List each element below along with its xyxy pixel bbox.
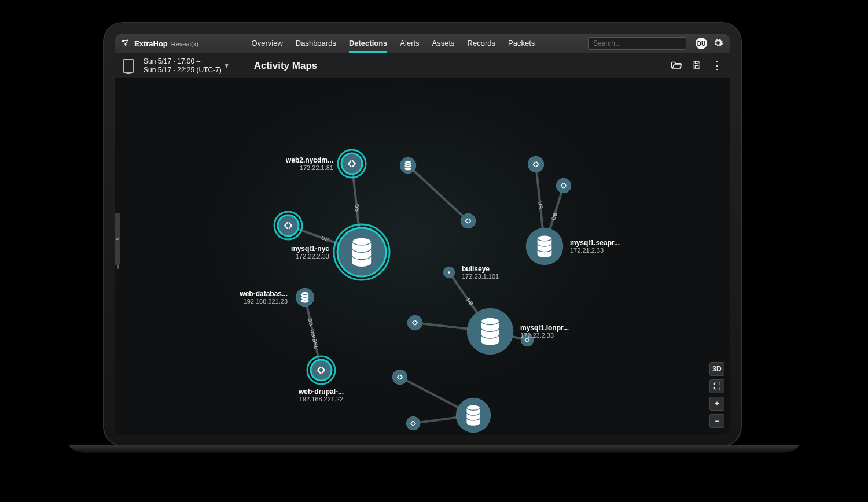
node-label-web-db: web-databas...192.168.221.23 bbox=[240, 290, 292, 305]
svg-point-23 bbox=[278, 215, 299, 236]
top-nav: ExtraHop Reveal(x) OverviewDashboardsDet… bbox=[115, 34, 730, 53]
database-icon bbox=[352, 238, 371, 267]
node-label-mysql1-nyc: mysql1-nyc172.22.2.33 bbox=[291, 245, 334, 260]
zoom-in-button[interactable]: + bbox=[709, 397, 724, 411]
svg-point-59 bbox=[406, 416, 420, 430]
database-icon bbox=[538, 235, 552, 257]
brand: ExtraHop Reveal(x) bbox=[122, 39, 198, 48]
node-code-l1[interactable] bbox=[407, 315, 422, 330]
node-mysql1-lon[interactable] bbox=[467, 308, 513, 355]
svg-point-58 bbox=[392, 370, 407, 385]
zoom-out-button[interactable]: − bbox=[709, 414, 724, 428]
svg-point-52 bbox=[556, 178, 571, 193]
svg-point-44 bbox=[407, 315, 422, 330]
dot-icon bbox=[448, 271, 450, 274]
brand-logo-icon bbox=[122, 39, 131, 46]
laptop-base bbox=[69, 445, 799, 453]
node-m1-c2[interactable] bbox=[406, 416, 420, 430]
node-label-mysql1-sea: mysql1.seapr...172.21.2.33 bbox=[570, 239, 620, 254]
graph-svg bbox=[115, 79, 730, 435]
nav-packets[interactable]: Packets bbox=[508, 34, 535, 53]
appliance-icon[interactable] bbox=[123, 59, 134, 73]
open-folder-icon[interactable] bbox=[671, 60, 682, 72]
node-code-mid[interactable] bbox=[461, 213, 476, 228]
node-mysql1[interactable] bbox=[456, 398, 491, 433]
node-label-web2: web2.nycdm...172.22.1.81 bbox=[286, 156, 338, 171]
node-label-web-drupal: web-drupal-...192.168.221.22 bbox=[299, 387, 344, 403]
sub-header: Sun 5/17 · 17:00 – Sun 5/17 · 22:25 (UTC… bbox=[115, 53, 730, 79]
node-mysql1-sea[interactable] bbox=[526, 228, 563, 265]
database-icon bbox=[466, 405, 480, 426]
node-code-a[interactable] bbox=[274, 212, 302, 239]
nav-links: OverviewDashboardsDetectionsAlertsAssets… bbox=[252, 34, 535, 53]
node-label-mysql1-lon: mysql1.lonpr...172.23.2.33 bbox=[520, 324, 569, 339]
svg-point-56 bbox=[466, 420, 480, 426]
node-bullseye[interactable] bbox=[443, 267, 455, 278]
node-db-top[interactable] bbox=[400, 157, 416, 174]
nav-detections[interactable]: Detections bbox=[349, 34, 387, 53]
time-range-line1: Sun 5/17 · 17:00 – bbox=[144, 57, 222, 65]
svg-point-30 bbox=[311, 360, 332, 381]
svg-point-21 bbox=[341, 153, 362, 174]
chevron-down-icon: ▼ bbox=[224, 62, 230, 69]
user-badge[interactable]: DU bbox=[696, 38, 707, 49]
node-web-db[interactable] bbox=[296, 288, 314, 307]
svg-point-38 bbox=[448, 271, 450, 274]
fullscreen-button[interactable]: ⛶ bbox=[709, 379, 724, 393]
save-icon[interactable] bbox=[692, 60, 701, 72]
nav-dashboards[interactable]: Dashboards bbox=[296, 34, 336, 53]
svg-point-42 bbox=[481, 338, 499, 345]
nav-assets[interactable]: Assets bbox=[432, 34, 455, 53]
activity-map-canvas[interactable]: » DBDBDB, DB:SSLDBDBDBmysql1-nyc172.22.2… bbox=[115, 79, 730, 435]
nav-records[interactable]: Records bbox=[468, 34, 495, 53]
gear-icon[interactable] bbox=[713, 38, 723, 50]
nav-alerts[interactable]: Alerts bbox=[400, 34, 419, 53]
edge-label: DB bbox=[354, 204, 360, 212]
node-web-drupal[interactable] bbox=[307, 356, 335, 384]
node-label-bullseye: bullseye172.23.1.101 bbox=[462, 265, 499, 280]
svg-line-6 bbox=[408, 165, 468, 221]
edge-label: DB bbox=[537, 201, 543, 209]
database-icon bbox=[481, 318, 499, 345]
database-icon bbox=[405, 161, 411, 171]
nav-overview[interactable]: Overview bbox=[252, 34, 283, 53]
svg-point-18 bbox=[352, 259, 371, 267]
time-range-line2: Sun 5/17 · 22:25 (UTC-7) bbox=[144, 66, 222, 74]
node-m1-c1[interactable] bbox=[392, 370, 407, 385]
node-mysql1-nyc[interactable] bbox=[334, 224, 389, 280]
kebab-menu-icon[interactable]: ⋮ bbox=[712, 64, 722, 68]
svg-point-36 bbox=[461, 213, 476, 228]
brand-name: ExtraHop bbox=[134, 39, 168, 48]
laptop-frame: ExtraHop Reveal(x) OverviewDashboardsDet… bbox=[104, 23, 741, 445]
database-icon bbox=[301, 291, 308, 302]
search-input[interactable] bbox=[588, 37, 686, 50]
svg-point-49 bbox=[538, 252, 552, 257]
time-range-picker[interactable]: Sun 5/17 · 17:00 – Sun 5/17 · 22:25 (UTC… bbox=[144, 57, 230, 74]
node-sea-c2[interactable] bbox=[556, 178, 571, 193]
brand-product: Reveal(x) bbox=[171, 40, 198, 47]
svg-point-51 bbox=[528, 156, 544, 172]
three-d-toggle[interactable]: 3D bbox=[709, 362, 724, 376]
node-web2[interactable] bbox=[338, 150, 366, 178]
app-screen: ExtraHop Reveal(x) OverviewDashboardsDet… bbox=[115, 34, 730, 435]
node-sea-c1[interactable] bbox=[528, 156, 544, 172]
page-title: Activity Maps bbox=[254, 60, 318, 72]
